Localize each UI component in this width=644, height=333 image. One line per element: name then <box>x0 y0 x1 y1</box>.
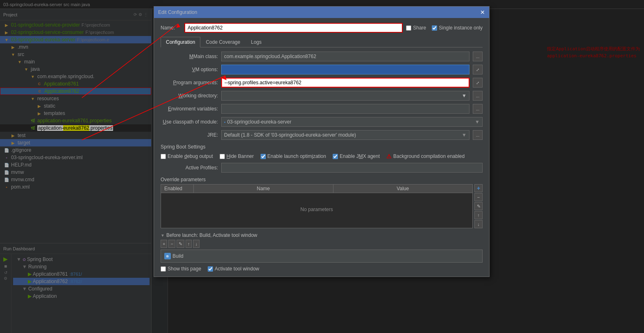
dialog-tabs: Configuration Code Coverage Logs <box>161 37 483 47</box>
prog-label-text: rogram arguments: <box>177 80 218 86</box>
jmx-label: Enable JMX agent <box>340 153 380 159</box>
program-args-row: Program arguments: ⤢ <box>161 78 483 88</box>
jre-label: JRE: <box>161 132 218 138</box>
working-dir-input[interactable]: ▼ <box>221 91 469 101</box>
move-up-launch-button[interactable]: ↑ <box>186 240 192 248</box>
warning-icon: ⚠ <box>386 153 392 160</box>
share-label: Share <box>413 25 426 31</box>
tab-configuration[interactable]: Configuration <box>161 37 200 47</box>
classpath-select[interactable]: ▪ 03-springcloud-eureka-server ▼ <box>221 117 483 127</box>
show-this-page-checkbox[interactable] <box>161 266 166 272</box>
edit-configuration-dialog: Edit Configuration ✕ Name: Share <box>154 6 490 277</box>
build-icon: B <box>164 253 171 259</box>
move-down-launch-button[interactable]: ↓ <box>193 240 200 248</box>
jmx-checkbox[interactable] <box>333 154 338 159</box>
before-launch-collapse-icon[interactable]: ▼ <box>161 233 165 238</box>
vm-options-label: VM options: <box>161 67 218 72</box>
debug-label: Enable debug output <box>168 153 213 159</box>
build-launch-item: B Build <box>161 250 483 263</box>
tab-logs[interactable]: Logs <box>245 37 267 47</box>
hide-banner-label: Hide Banner <box>227 153 254 159</box>
jre-row: JRE: Default (1.8 - SDK of '03-springclo… <box>161 130 483 140</box>
launch-opt-checkbox[interactable] <box>261 154 266 159</box>
name-label: Name: <box>161 25 181 31</box>
override-title: Override parameters <box>161 177 483 182</box>
tab-code-coverage[interactable]: Code Coverage <box>200 37 245 47</box>
env-vars-label: Environment variables: <box>161 106 218 112</box>
env-vars-row: Environment variables: ... <box>161 104 483 114</box>
remove-launch-button[interactable]: − <box>168 240 175 248</box>
name-input[interactable] <box>184 23 403 33</box>
move-down-param-button[interactable]: ↓ <box>474 220 483 228</box>
main-class-browse-button[interactable]: ... <box>473 52 483 61</box>
override-table-wrapper: Enabled Name Value No parameters + − ✎ <box>161 184 483 228</box>
working-dir-browse-button[interactable]: ... <box>473 91 483 101</box>
dialog-close-button[interactable]: ✕ <box>480 9 485 16</box>
vm-options-expand-button[interactable]: ⤢ <box>473 65 483 74</box>
before-launch-toolbar: + − ✎ ↑ ↓ <box>161 240 483 248</box>
active-profiles-row: Active Profiles: <box>161 163 483 173</box>
bottom-checkboxes-row: Show this page Activate tool window <box>161 266 483 272</box>
bg-compile-label: Background compilation enabled <box>393 153 465 159</box>
move-up-param-button[interactable]: ↑ <box>474 211 483 219</box>
main-class-label: MMain class: <box>161 54 218 59</box>
th-value: Value <box>333 184 473 193</box>
table-body-empty: No parameters <box>161 193 472 226</box>
table-header: Enabled Name Value <box>161 184 472 193</box>
jmx-checkbox-label: Enable JMX agent <box>333 153 380 159</box>
override-table: Enabled Name Value No parameters <box>161 184 473 228</box>
vm-options-row: VM options: ⤢ <box>161 65 483 74</box>
working-dir-label: Working directory: <box>161 93 218 99</box>
before-launch-title: Before launch: Build, Activate tool wind… <box>166 232 257 238</box>
env-vars-input[interactable] <box>221 104 469 114</box>
hide-banner-checkbox[interactable] <box>220 154 225 159</box>
launch-opt-label: Enable launch optimization <box>268 153 326 159</box>
name-row: Name: Share Single instance only <box>161 23 483 33</box>
classpath-row: Use classpath of module: ▪ 03-springclou… <box>161 117 483 127</box>
classpath-label-text: se classpath of module: <box>166 119 218 125</box>
single-instance-text: Single instance only <box>439 25 483 31</box>
show-this-page-label: Show this page <box>161 266 201 272</box>
debug-checkbox[interactable] <box>161 154 166 159</box>
main-class-row: MMain class: ... <box>161 52 483 61</box>
share-row: Share Single instance only <box>406 25 483 31</box>
share-checkbox[interactable] <box>406 25 411 31</box>
hide-banner-checkbox-label: Hide Banner <box>220 153 254 159</box>
no-params-label: No parameters <box>300 207 333 212</box>
activate-tool-window-label: Activate tool window <box>208 266 259 272</box>
build-label: Build <box>172 253 184 259</box>
add-launch-button[interactable]: + <box>161 240 167 248</box>
th-enabled: Enabled <box>161 184 194 193</box>
jre-label-text: JRE: <box>207 132 218 138</box>
jre-browse-button[interactable]: ... <box>473 130 483 140</box>
active-profiles-input[interactable] <box>221 163 483 173</box>
single-instance-label: Single instance only <box>432 25 483 31</box>
share-checkbox-label: Share <box>406 25 426 31</box>
env-vars-browse-button[interactable]: ... <box>473 104 483 114</box>
edit-param-button[interactable]: ✎ <box>474 202 483 210</box>
remove-param-button[interactable]: − <box>474 193 483 201</box>
add-param-button[interactable]: + <box>474 184 483 192</box>
activate-tool-window-checkbox[interactable] <box>208 266 213 272</box>
jre-select[interactable]: Default (1.8 - SDK of '03-springcloud-eu… <box>221 130 469 140</box>
working-dir-label-text: orking directory: <box>183 93 218 99</box>
edit-launch-button[interactable]: ✎ <box>177 240 184 248</box>
spring-boot-settings-title: Spring Boot Settings <box>161 144 483 150</box>
before-launch-section: ▼ Before launch: Build, Activate tool wi… <box>161 232 483 263</box>
working-dir-dropdown-icon: ▼ <box>462 93 467 99</box>
jre-dropdown-icon: ▼ <box>462 132 467 138</box>
dialog-overlay: Edit Configuration ✕ Name: Share <box>0 0 644 333</box>
vm-options-input[interactable] <box>221 65 469 74</box>
env-label-text: nvironment variables: <box>171 106 218 112</box>
program-args-expand-button[interactable]: ⤢ <box>473 78 483 88</box>
main-class-input[interactable] <box>221 52 469 61</box>
program-args-input[interactable] <box>221 78 469 88</box>
main-class-label-text: Main class: <box>193 54 218 59</box>
jre-value: Default (1.8 - SDK of '03-springcloud-eu… <box>224 132 462 138</box>
dialog-title-bar: Edit Configuration ✕ <box>154 7 489 18</box>
single-instance-checkbox[interactable] <box>432 25 437 31</box>
working-dir-row: Working directory: ▼ ... <box>161 91 483 101</box>
spring-boot-checkboxes: Enable debug output Hide Banner Enable l… <box>161 153 483 160</box>
vm-label-text: M options: <box>195 67 218 72</box>
program-args-label: Program arguments: <box>161 80 218 86</box>
